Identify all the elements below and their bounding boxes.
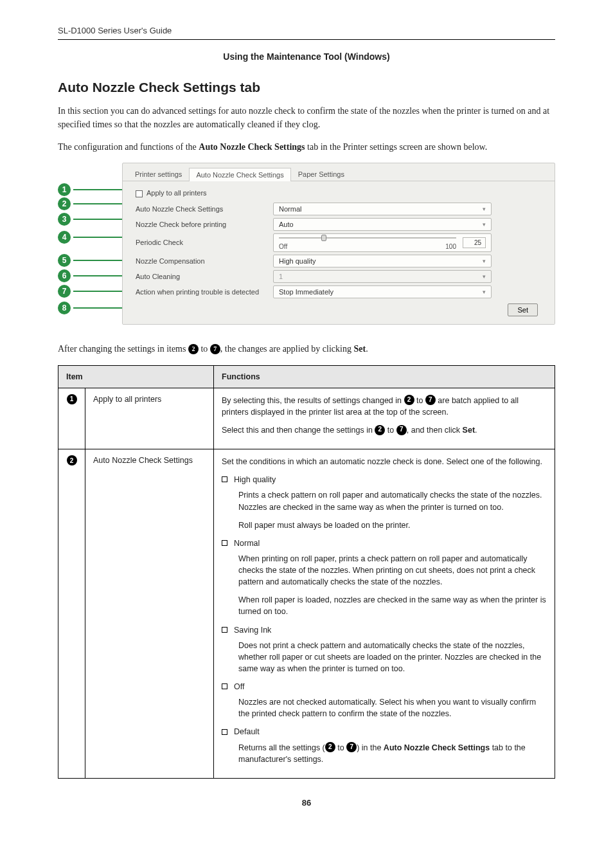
opt: Default [234, 727, 260, 736]
value: Stop Immediately [279, 288, 333, 296]
square-bullet-icon [222, 540, 227, 546]
t: The configuration and functions of the [58, 142, 199, 152]
opt: High quality [234, 475, 276, 484]
panel-body: Apply to all printers Auto Nozzle Check … [123, 181, 555, 324]
desc: When printing on roll paper, prints a ch… [238, 553, 547, 588]
compensation-select[interactable]: High quality▾ [273, 255, 492, 267]
badge: 1 [58, 183, 71, 196]
t: . [475, 426, 477, 435]
t: After changing the settings in items [58, 344, 188, 354]
bullet: 2 [67, 455, 77, 466]
chevron-down-icon: ▾ [483, 258, 486, 264]
callout-7: 7 [58, 285, 129, 298]
square-bullet-icon [222, 683, 227, 689]
bullet: 2 [404, 395, 414, 405]
settings-figure: 1 2 3 4 5 6 7 8 Printer settingsAuto Noz… [58, 163, 555, 330]
auto-cleaning-select[interactable]: 1▾ [273, 270, 492, 283]
label: Nozzle Compensation [132, 255, 273, 267]
row-func: Set the conditions in which an automatic… [214, 449, 555, 779]
label: Action when printing trouble is detected [132, 285, 273, 298]
desc: Nozzles are not checked automatically. S… [238, 696, 547, 719]
chevron-down-icon: ▾ [483, 206, 486, 212]
tab-auto-nozzle[interactable]: Auto Nozzle Check Settings [189, 168, 290, 181]
t: , and then click [407, 426, 463, 435]
badge: 2 [58, 197, 71, 210]
row-auto-cleaning: Auto Cleaning 1▾ [132, 270, 542, 283]
row-index: 1 [58, 388, 85, 449]
chevron-down-icon: ▾ [483, 273, 486, 280]
callout-4: 4 [58, 231, 129, 244]
row-item: Apply to all printers [85, 388, 214, 449]
table-row: 2 Auto Nozzle Check Settings Set the con… [58, 449, 555, 779]
desc: Does not print a check pattern and autom… [238, 640, 547, 674]
label: Auto Cleaning [132, 270, 273, 283]
line [73, 291, 129, 292]
value: Auto [279, 221, 294, 228]
auto-nozzle-select[interactable]: Normal▾ [273, 203, 492, 215]
callout-2: 2 [58, 197, 129, 210]
row-func: By selecting this, the results of settin… [214, 388, 555, 449]
periodic-value-box[interactable]: 25 [463, 237, 486, 248]
row-periodic: Periodic Check Off100 25 [132, 233, 542, 252]
opt: Saving Ink [234, 626, 271, 635]
callout-8: 8 [58, 302, 129, 314]
line [73, 219, 129, 220]
label: Apply to all printers [147, 189, 207, 197]
badge: 3 [58, 213, 71, 226]
row-auto-nozzle: Auto Nozzle Check Settings Normal▾ [132, 203, 542, 215]
row-action-trouble: Action when printing trouble is detected… [132, 285, 542, 298]
doc-title: SL-D1000 Series User's Guide [58, 26, 555, 35]
label: Nozzle Check before printing [132, 218, 273, 231]
square-bullet-icon [222, 627, 227, 633]
bullet: 2 [325, 742, 335, 752]
page: SL-D1000 Series User's Guide Using the M… [0, 0, 613, 833]
square-bullet-icon [222, 476, 227, 482]
t: Auto Nozzle Check Settings [384, 743, 490, 752]
settings-panel: Printer settingsAuto Nozzle Check Settin… [122, 163, 555, 325]
bullet: 1 [67, 394, 77, 404]
set-button[interactable]: Set [508, 303, 538, 316]
slider-track [279, 235, 456, 240]
t: Auto Nozzle Check Settings [199, 142, 305, 152]
section-subtitle: Using the Maintenance Tool (Windows) [58, 51, 555, 62]
t: to [199, 344, 210, 354]
checkbox-icon [136, 190, 143, 197]
t: , the changes are applied by clicking [220, 344, 354, 354]
col-item: Item [58, 365, 214, 388]
after-figure-note: After changing the settings in items 2 t… [58, 344, 555, 355]
opt: Normal [234, 539, 260, 548]
apply-all-checkbox[interactable]: Apply to all printers [132, 186, 273, 200]
tab-paper-settings[interactable]: Paper Settings [291, 167, 351, 181]
action-trouble-select[interactable]: Stop Immediately▾ [273, 285, 492, 298]
lead: Set the conditions in which an automatic… [222, 456, 547, 467]
square-bullet-icon [222, 729, 227, 735]
row-index: 2 [58, 449, 85, 779]
tab-printer-settings[interactable]: Printer settings [128, 167, 189, 181]
slider-thumb[interactable] [321, 235, 326, 241]
desc: When roll paper is loaded, nozzles are c… [238, 594, 547, 617]
page-number: 86 [58, 798, 555, 808]
t: to [414, 396, 425, 405]
col-functions: Functions [214, 365, 555, 388]
badge: 5 [58, 254, 71, 267]
desc: Roll paper must always be loaded on the … [238, 520, 547, 531]
t: ) in the [357, 743, 384, 752]
label: Auto Nozzle Check Settings [132, 203, 273, 215]
periodic-slider[interactable]: Off100 25 [273, 233, 492, 252]
badge: 6 [58, 269, 71, 282]
t: tab in the Printer settings screen are s… [305, 142, 488, 152]
table-row: 1 Apply to all printers By selecting thi… [58, 388, 555, 449]
rule [58, 39, 555, 40]
line [73, 307, 129, 309]
t: Returns all the settings ( [238, 743, 325, 752]
row-before-printing: Nozzle Check before printing Auto▾ [132, 218, 542, 231]
callout-1: 1 [58, 183, 129, 196]
before-printing-select[interactable]: Auto▾ [273, 218, 492, 231]
slider-off-label: Off [279, 243, 287, 250]
row-compensation: Nozzle Compensation High quality▾ [132, 255, 542, 267]
chevron-down-icon: ▾ [483, 289, 486, 295]
line [73, 275, 129, 276]
bullet-2: 2 [188, 344, 199, 354]
functions-table: Item Functions 1 Apply to all printers B… [58, 365, 555, 779]
badge: 8 [58, 302, 71, 314]
